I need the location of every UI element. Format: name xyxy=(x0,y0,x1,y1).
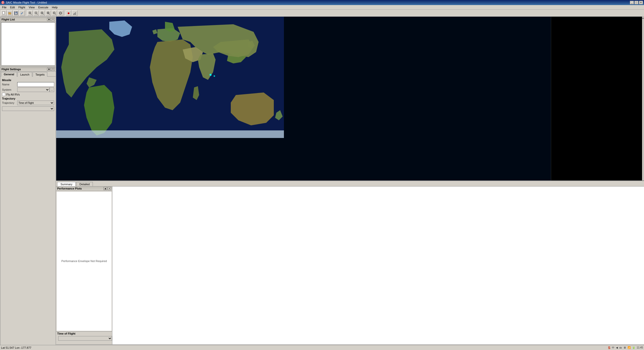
tab-detailed[interactable]: Detailed xyxy=(76,182,93,186)
tab-general[interactable]: General xyxy=(1,72,17,77)
system-field-row: System ... xyxy=(2,87,54,92)
new-button[interactable] xyxy=(1,10,7,16)
toolbar: ● xyxy=(0,10,644,17)
perf-plots-title: Performance Plots xyxy=(57,187,82,190)
svg-rect-0 xyxy=(3,12,5,14)
tray-icon-sound: ◀ xyxy=(616,346,618,349)
flight-list-close-button[interactable]: ✕ xyxy=(51,18,55,21)
open-button[interactable] xyxy=(7,10,13,16)
tab-targets[interactable]: Targets xyxy=(33,72,47,77)
flight-list-header: Flight List ◉ ✕ xyxy=(1,17,56,22)
flight-settings-section: Flight Settings ◉ ✕ General Launch Targe… xyxy=(0,67,56,350)
svg-line-16 xyxy=(49,14,50,15)
flight-settings-tabs: General Launch Targets xyxy=(1,72,56,77)
flight-settings-close-button[interactable]: ✕ xyxy=(51,68,55,71)
maximize-button[interactable]: □ xyxy=(634,1,638,4)
title-bar: 🎯 SAIC Missile Flight Tool - Untitled _ … xyxy=(0,0,644,5)
zoom-full-button[interactable] xyxy=(46,10,51,16)
map-view[interactable] xyxy=(56,17,551,180)
tray-time: 11:45 xyxy=(637,346,643,349)
menu-view[interactable]: View xyxy=(27,5,36,9)
time-of-flight-section: Time of Flight xyxy=(56,331,112,344)
tray-icon-battery: 🔋 xyxy=(632,346,635,349)
flight-list-content xyxy=(1,22,55,65)
missile-section-label: Missile xyxy=(2,79,54,82)
name-field-row: Name xyxy=(2,82,54,87)
world-view-button[interactable] xyxy=(58,10,63,16)
zoom-out-button[interactable] xyxy=(33,10,39,16)
edit-button[interactable] xyxy=(19,10,25,16)
toolbar-sep-1 xyxy=(26,11,26,16)
title-text: 🎯 SAIC Missile Flight Tool - Untitled xyxy=(1,1,47,4)
trajectory-field-row: Trajectory Time of Flight Minimum Energy… xyxy=(2,101,54,105)
fly-all-rvs-row: Fly All RVs xyxy=(2,93,54,96)
svg-rect-17 xyxy=(48,12,49,13)
trajectory-section-label: Trajectory xyxy=(2,97,54,100)
side-panel xyxy=(551,17,642,180)
svg-line-13 xyxy=(43,14,44,15)
settings-content: Missile Name System ... Fly All RVs Traj… xyxy=(1,77,56,112)
flight-list-pin-button[interactable]: ◉ xyxy=(47,18,51,21)
fly-all-rvs-label: Fly All RVs xyxy=(6,93,20,96)
status-bar: Lat 51.547 Lon -177.877 S 中 ◀ 🖮 🖥 📶 🔋 11… xyxy=(0,345,644,350)
svg-rect-4 xyxy=(15,13,17,14)
flight-list-title: Flight List xyxy=(2,18,15,21)
flight-settings-header: Flight Settings ◉ ✕ xyxy=(1,67,56,72)
trajectory-select[interactable]: Time of Flight Minimum Energy Maximum Ra… xyxy=(17,101,54,105)
zoom-prev-button[interactable] xyxy=(52,10,57,16)
tray-icon-monitor: 🖥 xyxy=(624,346,626,349)
perf-plots-content: Performance Envelope Not Required xyxy=(57,192,112,331)
trajectory-sub-select[interactable] xyxy=(2,106,54,111)
menu-file[interactable]: File xyxy=(1,5,8,9)
svg-point-28 xyxy=(210,74,212,76)
minimize-button[interactable]: _ xyxy=(630,1,634,4)
svg-line-19 xyxy=(55,14,56,15)
svg-line-6 xyxy=(31,14,32,15)
fly-all-rvs-checkbox[interactable] xyxy=(2,93,5,96)
window-controls: _ □ ✕ xyxy=(630,1,643,4)
flight-settings-pin-button[interactable]: ◉ xyxy=(47,68,51,71)
trajectory-label: Trajectory xyxy=(2,101,17,104)
tab-summary[interactable]: Summary xyxy=(57,182,76,186)
tof-select[interactable] xyxy=(58,336,112,341)
record-button[interactable]: ● xyxy=(66,10,71,16)
name-label: Name xyxy=(2,83,17,86)
perf-plots-pin-button[interactable]: ◉ xyxy=(103,187,107,190)
system-browse-button[interactable]: ... xyxy=(50,87,54,92)
name-input[interactable] xyxy=(17,82,54,87)
center-right-area: ▲ Summary Detailed Performance Plots ◉ xyxy=(56,17,644,350)
system-tray: S 中 ◀ 🖮 🖥 📶 🔋 11:45 xyxy=(608,346,643,350)
svg-rect-3 xyxy=(15,12,16,13)
tray-icon-s: S xyxy=(608,346,610,350)
coord-text: Lat 51.547 Lon -177.877 xyxy=(1,346,31,349)
content-area: Flight List ◉ ✕ Flight Settings ◉ ✕ Gene… xyxy=(0,17,644,350)
menu-execute[interactable]: Execute xyxy=(37,5,50,9)
svg-rect-14 xyxy=(41,12,43,13)
app-icon: 🎯 xyxy=(1,1,5,4)
chart-button[interactable] xyxy=(72,10,77,16)
left-panel: Flight List ◉ ✕ Flight Settings ◉ ✕ Gene… xyxy=(0,17,56,350)
flight-list-controls: ◉ ✕ xyxy=(47,18,55,21)
toolbar-sep-2 xyxy=(64,11,65,16)
flight-settings-title: Flight Settings xyxy=(2,68,21,71)
menu-edit[interactable]: Edit xyxy=(9,5,16,9)
close-button[interactable]: ✕ xyxy=(639,1,643,4)
map-scrollbar[interactable]: ▲ xyxy=(642,17,644,180)
tab-launch[interactable]: Launch xyxy=(17,72,32,77)
results-content xyxy=(112,186,644,345)
perf-envelope-message: Performance Envelope Not Required xyxy=(61,260,107,263)
menu-bar: File Edit Flight View Execute Help xyxy=(0,5,644,10)
lower-section: Summary Detailed Performance Plots ◉ ✕ xyxy=(56,180,644,345)
system-select[interactable] xyxy=(17,87,50,92)
tof-label: Time of Flight xyxy=(57,332,111,335)
menu-help[interactable]: Help xyxy=(50,5,59,9)
menu-flight[interactable]: Flight xyxy=(17,5,27,9)
zoom-box-button[interactable] xyxy=(39,10,45,16)
system-label: System xyxy=(2,88,17,91)
zoom-in-button[interactable] xyxy=(27,10,33,16)
save-button[interactable] xyxy=(13,10,19,16)
map-row: ▲ xyxy=(56,17,644,180)
perf-plots-close-button[interactable]: ✕ xyxy=(108,187,111,190)
tray-icon-keyboard: 🖮 xyxy=(619,346,622,349)
main-results-area: Performance Plots ◉ ✕ Performance Envelo… xyxy=(56,186,644,345)
